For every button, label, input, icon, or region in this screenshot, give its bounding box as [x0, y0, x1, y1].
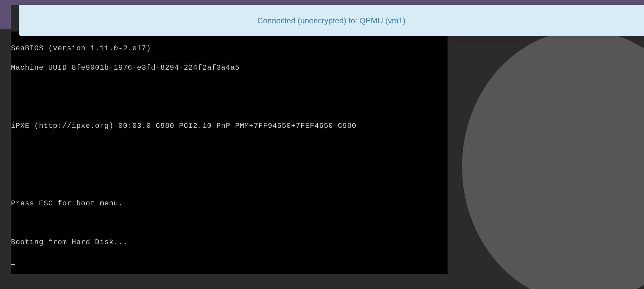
terminal-line [11, 179, 448, 189]
terminal-line [11, 218, 448, 228]
terminal-line: iPXE (http://ipxe.org) 00:03.0 C980 PCI2… [11, 121, 448, 131]
terminal-line: Press ESC for boot menu. [11, 199, 448, 208]
terminal-line [11, 160, 448, 170]
background-curve [462, 30, 644, 289]
terminal-line: Machine UUID 8fe9001b-1976-e3fd-8294-224… [11, 63, 448, 73]
terminal-output: SeaBIOS (version 1.11.0-2.el7) Machine U… [11, 32, 448, 278]
vnc-terminal-viewport[interactable]: SeaBIOS (version 1.11.0-2.el7) Machine U… [11, 32, 448, 274]
terminal-line: SeaBIOS (version 1.11.0-2.el7) [11, 44, 448, 53]
terminal-cursor [11, 264, 15, 265]
window-title-bar [0, 0, 644, 5]
terminal-line: Booting from Hard Disk... [11, 238, 448, 247]
connection-status-text: Connected (unencrypted) to: QEMU (vm1) [257, 16, 405, 25]
terminal-line [11, 141, 448, 150]
terminal-line [11, 102, 448, 111]
terminal-line [11, 82, 448, 92]
left-sidebar-stub [0, 5, 11, 29]
connection-status-banner: Connected (unencrypted) to: QEMU (vm1) [19, 5, 644, 36]
